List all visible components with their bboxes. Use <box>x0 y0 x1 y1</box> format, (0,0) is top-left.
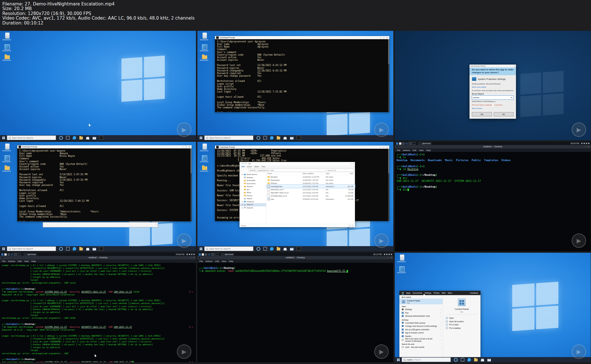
file-explorer-icon[interactable] <box>79 137 83 139</box>
edge-icon[interactable] <box>73 136 76 139</box>
kali-menu-icon[interactable] <box>199 253 201 256</box>
result-controlled-folder[interactable]: Controlled folder access> <box>399 321 443 325</box>
result-app-browser-control[interactable]: App & browser control> <box>399 331 443 335</box>
cmd-taskbar-icon[interactable] <box>99 247 103 251</box>
taskbar-window-button[interactable]: qterminal <box>418 142 432 145</box>
sidebar-item-this-pc[interactable]: ▶This PC <box>240 203 266 206</box>
password-field[interactable]: ••••••••• <box>472 95 514 100</box>
sidebar-item-quick-access[interactable]: ▶Quick access <box>240 173 266 176</box>
menu-actions[interactable]: Actions <box>8 260 15 263</box>
play-overlay-icon[interactable]: ▶ <box>572 122 586 137</box>
menu-edit[interactable]: Edit <box>215 260 219 263</box>
workspace-switcher[interactable] <box>409 142 412 145</box>
taskbar-window-button[interactable]: qterminal <box>23 253 37 256</box>
task-view-icon[interactable] <box>66 136 70 139</box>
tab-view[interactable]: View <box>261 166 265 167</box>
cmd-taskbar-icon[interactable] <box>297 136 301 140</box>
panel-app-icon[interactable] <box>208 253 210 256</box>
back-forward-icons[interactable]: ‹ › <box>241 169 245 171</box>
taskbar-search[interactable]: Type here to search <box>204 135 253 140</box>
mail-icon[interactable] <box>93 248 96 250</box>
tab-all[interactable]: All <box>402 292 404 295</box>
sidebar-item-videos[interactable]: Videos <box>240 197 266 200</box>
folder-shortcut-icon[interactable] <box>2 55 12 61</box>
close-button[interactable]: × <box>391 256 392 259</box>
workspace-switcher[interactable] <box>413 142 416 145</box>
no-button[interactable]: No <box>494 112 514 116</box>
recycle-bin-icon[interactable] <box>200 33 210 40</box>
show-more-details-link[interactable]: Show more details <box>472 86 514 88</box>
file-explorer-icon[interactable] <box>474 359 478 361</box>
cortana-icon[interactable] <box>257 247 260 251</box>
recycle-bin-icon[interactable] <box>2 144 12 151</box>
store-icon[interactable] <box>481 358 484 361</box>
sidebar-item-dev[interactable]: dev <box>240 188 266 191</box>
action-open-file-location[interactable]: Open file location <box>446 320 478 323</box>
terminal-titlebar[interactable]: kali@kali : ~/Desktop – × <box>395 145 591 148</box>
cmd-taskbar-icon[interactable] <box>99 136 103 140</box>
workspace-switcher[interactable] <box>215 253 218 256</box>
menu-help[interactable]: Help <box>229 260 233 263</box>
action-open[interactable]: Open <box>446 316 478 320</box>
column-headers[interactable]: Name Date modified Type Size <box>266 172 355 175</box>
recycle-bin-icon[interactable] <box>397 254 407 262</box>
reveal-password-icon[interactable] <box>511 97 513 98</box>
start-button[interactable] <box>197 135 204 140</box>
play-overlay-icon[interactable]: ▶ <box>572 233 586 248</box>
task-view-icon[interactable] <box>263 136 267 139</box>
sidebar-item-network[interactable]: ▶Network <box>240 206 266 210</box>
close-button[interactable]: × <box>353 163 354 165</box>
result-web-search[interactable]: contr - See web results> <box>399 346 443 349</box>
mail-icon[interactable] <box>290 248 293 250</box>
start-button[interactable] <box>395 357 402 362</box>
menu-edit[interactable]: Edit <box>18 260 22 263</box>
close-button[interactable]: × <box>189 146 190 148</box>
task-view-icon[interactable] <box>66 247 70 250</box>
play-overlay-icon[interactable]: ▶ <box>374 122 389 137</box>
panel-app-icon[interactable] <box>205 253 207 256</box>
quick-access-toolbar[interactable] <box>241 163 248 164</box>
tab-share[interactable]: Share <box>254 166 259 167</box>
cortana-icon[interactable] <box>257 136 260 140</box>
taskbar-search[interactable]: Type here to search <box>7 135 56 140</box>
menu-view[interactable]: View <box>419 149 424 152</box>
menu-help[interactable]: Help <box>31 260 36 263</box>
file-row[interactable]: Mimikatz11/26/2021 12:36 PMFile folder <box>266 175 355 178</box>
cmd-titlebar[interactable]: Command Prompt –□× <box>17 145 192 148</box>
tab-web[interactable]: Web <box>442 292 446 294</box>
panel-app-icon[interactable] <box>11 253 13 256</box>
panel-app-icon[interactable] <box>405 142 408 145</box>
menu-view[interactable]: View <box>24 260 29 263</box>
workspace-switcher[interactable] <box>14 253 17 256</box>
folder-shortcut-icon[interactable] <box>200 166 210 172</box>
tab-settings[interactable]: Settings <box>424 292 431 294</box>
view-toggle-icon[interactable] <box>155 223 157 225</box>
task-view-icon[interactable] <box>263 247 267 250</box>
menu-file[interactable]: File <box>199 260 203 263</box>
tab-home[interactable]: Home <box>247 166 252 167</box>
close-button[interactable]: × <box>514 65 515 67</box>
mail-icon[interactable] <box>93 137 96 139</box>
minimize-button[interactable]: – <box>380 146 381 148</box>
mail-icon[interactable] <box>487 359 491 361</box>
result-usb-controllers[interactable]: Set up USB game controllers> <box>399 328 443 331</box>
store-icon[interactable] <box>283 247 287 250</box>
result-admin-tools[interactable]: Windows Administrative Tools> <box>399 314 443 318</box>
file-row[interactable]: SAM-2021-11-2711/27/2021 2:06 PMFile64 K… <box>266 188 355 191</box>
taskbar-search[interactable]: contr ol Panel <box>402 357 451 362</box>
maximize-button[interactable]: □ <box>186 146 187 148</box>
maximize-button[interactable]: □ <box>383 37 384 39</box>
cmd-taskbar-icon[interactable] <box>297 247 301 251</box>
play-overlay-icon[interactable]: ▶ <box>374 344 389 359</box>
play-overlay-icon[interactable]: ▶ <box>177 122 191 137</box>
start-button[interactable] <box>197 246 204 251</box>
result-settings[interactable]: Settings> <box>399 308 443 311</box>
minimize-button[interactable]: – <box>349 163 350 165</box>
recycle-bin-icon[interactable] <box>200 144 210 151</box>
menu-actions[interactable]: Actions <box>403 149 410 152</box>
more-choices-link[interactable]: More choices <box>472 107 514 109</box>
sidebar-item-pictures[interactable]: Pictures <box>240 185 266 188</box>
result-run[interactable]: Run> <box>399 311 443 315</box>
file-explorer-icon[interactable] <box>277 248 280 250</box>
mail-icon[interactable] <box>290 137 293 139</box>
